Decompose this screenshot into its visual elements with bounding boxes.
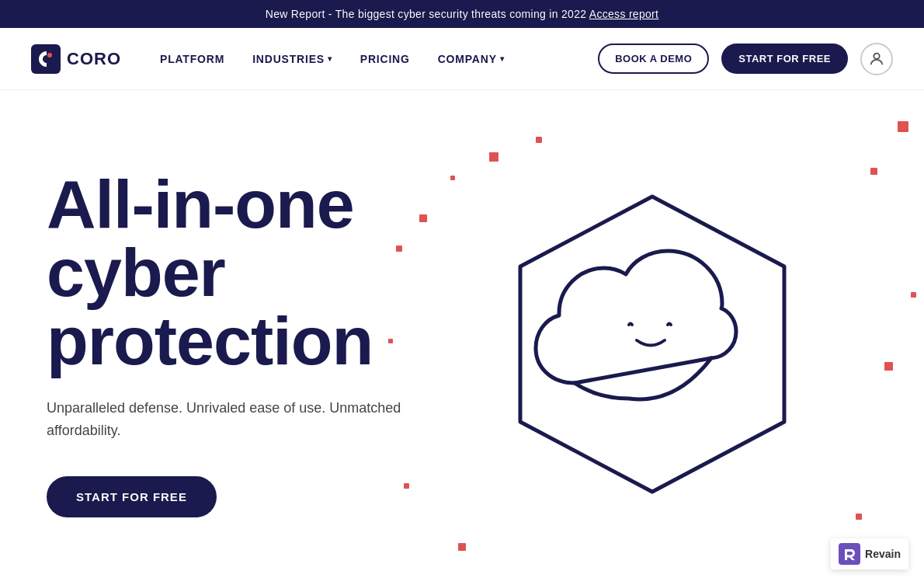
revain-icon [839,543,860,565]
user-account-button[interactable] [860,43,893,75]
start-free-button-nav[interactable]: START FOR FREE [721,44,848,74]
nav-industries[interactable]: INDUSTRIES ▾ [252,53,332,65]
hero-cta-button[interactable]: START FOR FREE [47,476,217,517]
decorative-dot [489,152,498,162]
chevron-down-icon: ▾ [500,54,505,63]
chevron-down-icon: ▾ [328,54,332,63]
hero-title: All-in-one cyber protection [47,170,435,375]
svg-rect-3 [839,543,860,565]
revain-label: Revain [865,548,901,560]
navbar: CORO PLATFORM INDUSTRIES ▾ PRICING COMPA… [0,28,924,90]
book-demo-button[interactable]: BOOK A DEMO [598,44,709,74]
decorative-dot [870,168,877,175]
svg-rect-0 [31,44,61,74]
svg-point-1 [47,53,52,57]
logo-icon [31,44,61,74]
nav-company[interactable]: COMPANY ▾ [438,53,505,65]
logo-text: CORO [67,49,121,69]
nav-right: BOOK A DEMO START FOR FREE [598,43,893,75]
hero-section: All-in-one cyber protection Unparalleled… [0,90,924,585]
svg-point-2 [874,53,879,58]
hero-svg-illustration [481,173,823,515]
banner-text: New Report - The biggest cyber security … [266,8,589,20]
decorative-dot [898,121,908,132]
logo[interactable]: CORO [31,44,121,74]
nav-links: PLATFORM INDUSTRIES ▾ PRICING COMPANY ▾ [160,53,598,65]
nav-pricing[interactable]: PRICING [360,53,410,65]
decorative-dot [911,292,916,298]
nav-platform[interactable]: PLATFORM [160,53,224,65]
banner-link[interactable]: Access report [589,8,659,20]
announcement-banner: New Report - The biggest cyber security … [0,0,924,28]
hero-subtitle: Unparalleled defense. Unrivaled ease of … [47,397,435,442]
decorative-dot [856,514,862,520]
hero-content: All-in-one cyber protection Unparalleled… [0,124,481,564]
user-icon [868,50,885,68]
decorative-dot [884,362,893,371]
revain-badge[interactable]: Revain [831,538,908,569]
decorative-dot [536,137,542,143]
